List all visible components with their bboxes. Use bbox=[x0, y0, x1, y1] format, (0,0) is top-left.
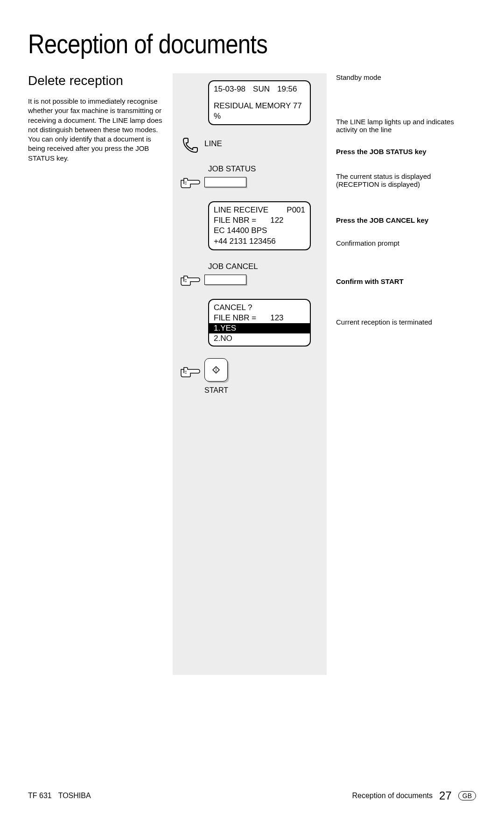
phone-icon bbox=[181, 135, 200, 155]
status-lcd: LINE RECEIVE P001 FILE NBR = 122 EC 1440… bbox=[208, 201, 311, 250]
note-terminated: Current reception is terminated bbox=[336, 318, 467, 326]
job-status-label: JOB STATUS bbox=[208, 164, 323, 174]
lcd-p001: P001 bbox=[287, 205, 305, 215]
job-cancel-label: JOB CANCEL bbox=[208, 262, 323, 271]
lcd-file-nbr-label: FILE NBR = bbox=[214, 215, 256, 226]
page-footer: TF 631 TOSHIBA Reception of documents 27… bbox=[28, 789, 476, 802]
footer-lang-badge: GB bbox=[458, 791, 476, 800]
pointing-hand-icon bbox=[180, 273, 201, 287]
pointing-hand-icon bbox=[180, 365, 201, 379]
left-column: Delete reception It is not possible to i… bbox=[28, 73, 173, 675]
standby-lcd: 15-03-98 SUN 19:56 RESIDUAL MEMORY 77 % bbox=[208, 80, 311, 125]
note-current-status: The current status is displayed (RECEPTI… bbox=[336, 172, 467, 188]
lcd-line-receive: LINE RECEIVE bbox=[214, 205, 268, 215]
note-confirm-start: Confirm with START bbox=[336, 277, 467, 285]
lcd-cancel-file-label: FILE NBR = bbox=[214, 313, 256, 323]
job-cancel-key bbox=[204, 275, 246, 285]
note-standby: Standby mode bbox=[336, 73, 467, 81]
footer-section: Reception of documents bbox=[352, 792, 433, 800]
start-key bbox=[204, 358, 228, 382]
footer-page-number: 27 bbox=[439, 789, 452, 802]
footer-brand: TOSHIBA bbox=[58, 792, 91, 800]
note-current-status-1: The current status is displayed bbox=[336, 172, 467, 180]
lcd-option-no: 2.NO bbox=[214, 333, 305, 344]
lcd-cancel-q: CANCEL ? bbox=[214, 303, 305, 313]
note-line: The LINE lamp lights up and indicates ac… bbox=[336, 118, 467, 134]
lcd-cancel-file-value: 123 bbox=[270, 313, 283, 323]
lcd-option-yes: 1.YES bbox=[209, 323, 310, 333]
right-column: Standby mode The LINE lamp lights up and… bbox=[327, 73, 467, 675]
line-label: LINE bbox=[204, 139, 222, 148]
section-body: It is not possible to immediately recogn… bbox=[28, 97, 163, 163]
footer-model: TF 631 bbox=[28, 792, 52, 800]
diamond-icon bbox=[212, 366, 220, 374]
section-heading: Delete reception bbox=[28, 73, 163, 88]
note-confirm-prompt: Confirmation prompt bbox=[336, 239, 467, 247]
note-current-status-2: (RECEPTION is displayed) bbox=[336, 180, 467, 188]
start-label: START bbox=[204, 386, 228, 395]
note-job-status: Press the JOB STATUS key bbox=[336, 148, 467, 156]
lcd-time: 19:56 bbox=[277, 84, 297, 94]
lcd-day: SUN bbox=[253, 84, 270, 94]
job-status-key bbox=[204, 177, 246, 187]
lcd-phone: +44 2131 123456 bbox=[214, 236, 305, 247]
cancel-lcd: CANCEL ? FILE NBR = 123 1.YES 2.NO bbox=[208, 299, 311, 347]
lcd-memory: RESIDUAL MEMORY 77 % bbox=[214, 101, 305, 121]
pointing-hand-icon bbox=[180, 176, 201, 190]
page-title: Reception of documents bbox=[28, 28, 409, 59]
lcd-bps: EC 14400 BPS bbox=[214, 226, 305, 236]
lcd-file-nbr-value: 122 bbox=[270, 215, 283, 226]
note-job-cancel: Press the JOB CANCEL key bbox=[336, 216, 467, 224]
lcd-date: 15-03-98 bbox=[214, 84, 245, 94]
middle-column: 15-03-98 SUN 19:56 RESIDUAL MEMORY 77 % … bbox=[173, 73, 327, 675]
